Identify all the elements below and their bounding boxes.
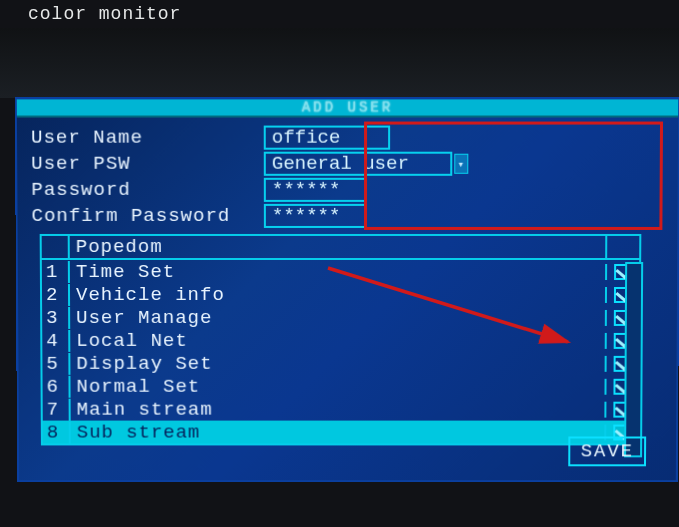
row-name: User Manage: [70, 306, 605, 328]
table-row[interactable]: 8Sub stream: [43, 421, 638, 444]
row-index: 7: [43, 398, 71, 420]
table-row[interactable]: 2Vehicle info: [42, 283, 639, 306]
dialog-title: ADD USER: [302, 99, 394, 115]
scrollbar[interactable]: [624, 262, 643, 457]
table-row[interactable]: 4Local Net: [42, 329, 639, 352]
usertype-select[interactable]: [264, 152, 453, 176]
row-name: Main stream: [71, 398, 605, 420]
row-index: 3: [42, 306, 70, 328]
username-input[interactable]: [264, 126, 390, 150]
row-name: Time Set: [70, 261, 605, 283]
screen: ADD USER User Name User PSW ▾ Password C…: [15, 97, 679, 482]
row-index: 5: [42, 352, 70, 374]
password-label: Password: [31, 179, 264, 201]
row-name: Normal Set: [70, 375, 604, 397]
row-index: 6: [43, 375, 71, 397]
row-name: Display Set: [70, 352, 604, 374]
table-row[interactable]: 6Normal Set: [42, 375, 638, 398]
password-input[interactable]: [264, 178, 366, 202]
monitor-label: color monitor: [28, 4, 181, 24]
popedom-chk-header: [605, 236, 639, 258]
monitor-bezel: [0, 28, 679, 98]
username-label: User Name: [31, 127, 264, 149]
row-index: 8: [43, 421, 71, 443]
table-row[interactable]: 3User Manage: [42, 306, 639, 329]
row-index: 4: [42, 329, 70, 351]
table-row[interactable]: 7Main stream: [43, 398, 639, 421]
popedom-num-header: [42, 236, 70, 258]
table-row[interactable]: 1Time Set: [42, 260, 639, 283]
popedom-table: Popedom 1Time Set2Vehicle info3User Mana…: [40, 234, 642, 445]
row-name: Local Net: [70, 329, 605, 351]
dialog-content: User Name User PSW ▾ Password Confirm Pa…: [17, 118, 678, 446]
chevron-down-icon[interactable]: ▾: [454, 154, 468, 174]
usertype-label: User PSW: [31, 153, 264, 175]
row-index: 2: [42, 284, 70, 306]
table-row[interactable]: 5Display Set: [42, 352, 638, 375]
popedom-name-header: Popedom: [70, 236, 606, 258]
confirm-password-label: Confirm Password: [31, 205, 263, 227]
row-name: Sub stream: [71, 421, 605, 443]
user-form: User Name User PSW ▾ Password Confirm Pa…: [31, 126, 664, 228]
row-name: Vehicle info: [70, 284, 605, 306]
save-button[interactable]: SAVE: [569, 436, 647, 466]
row-index: 1: [42, 261, 70, 283]
confirm-password-input[interactable]: [264, 204, 366, 228]
